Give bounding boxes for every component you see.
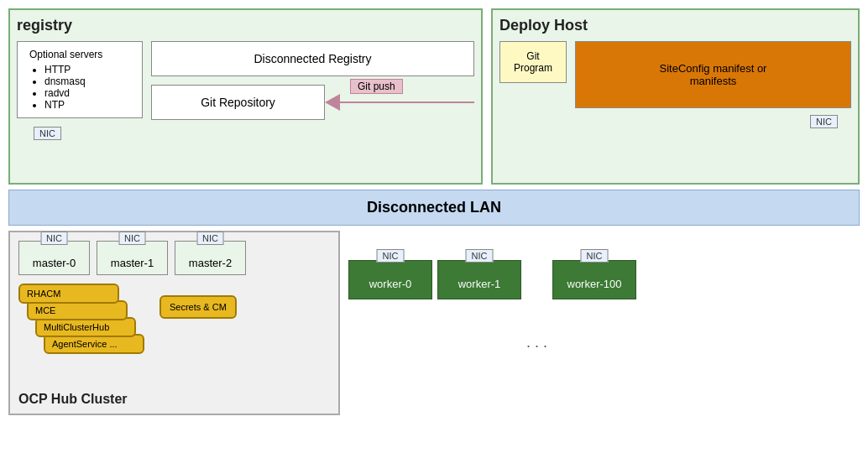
- list-item-dnsmasq: dnsmasq: [44, 75, 130, 87]
- optional-servers-list: HTTP dnsmasq radvd NTP: [29, 64, 130, 111]
- secrets-cm-wrapper: Secrets & CM: [159, 290, 237, 380]
- rhacm-box: RHACM: [18, 284, 119, 304]
- worker-100-box: NIC worker-100: [552, 260, 636, 299]
- registry-box: registry Optional servers HTTP dnsmasq r…: [8, 8, 483, 185]
- registry-nic-connector: NIC: [34, 127, 61, 140]
- master-1-nic: NIC: [118, 232, 146, 245]
- bottom-row: NIC master-0 NIC master-1 NIC master-2: [8, 231, 860, 415]
- master-0-label: master-0: [33, 257, 76, 269]
- registry-title: registry: [17, 17, 474, 34]
- registry-right-col: Disconnected Registry Git Repository Git…: [151, 41, 474, 120]
- deploy-nic-badge: NIC: [810, 115, 838, 128]
- dots-separator: · · ·: [526, 320, 547, 355]
- worker-1-box: NIC worker-1: [437, 260, 521, 299]
- lan-bar: Disconnected LAN: [8, 190, 860, 226]
- workers-area: NIC worker-0 NIC worker-1 · · · NIC work…: [348, 231, 636, 415]
- optional-servers-label: Optional servers: [29, 49, 130, 60]
- registry-nic-badge: NIC: [34, 127, 61, 140]
- deploy-nic-row: NIC: [499, 115, 851, 128]
- worker-1-nic: NIC: [466, 249, 494, 263]
- arrow-area: Git push: [325, 94, 474, 111]
- git-program-label: GitProgram: [512, 50, 554, 74]
- master-2-box: NIC master-2: [175, 241, 246, 275]
- rhacm-stack: RHACM MCE MultiClusterHub AgentService .…: [18, 284, 153, 380]
- disconnected-registry-box: Disconnected Registry: [151, 41, 474, 76]
- ocp-hub-box: NIC master-0 NIC master-1 NIC master-2: [8, 231, 340, 415]
- deploy-host-box: Deploy Host GitProgram SiteConfig manife…: [491, 8, 860, 185]
- master-0-nic: NIC: [40, 232, 68, 245]
- optional-servers-box: Optional servers HTTP dnsmasq radvd NTP: [17, 41, 143, 118]
- worker-100-label: worker-100: [567, 278, 622, 290]
- master-0-box: NIC master-0: [18, 241, 90, 275]
- deploy-host-title: Deploy Host: [499, 17, 851, 34]
- deploy-inner: GitProgram SiteConfig manifest ormanifes…: [499, 41, 851, 108]
- master-2-nic: NIC: [196, 232, 224, 245]
- secrets-cm-label: Secrets & CM: [170, 302, 227, 312]
- master-2-label: master-2: [189, 257, 232, 269]
- top-row: registry Optional servers HTTP dnsmasq r…: [8, 8, 860, 185]
- secrets-cm-box: Secrets & CM: [159, 295, 237, 319]
- worker-1-label: worker-1: [458, 278, 501, 290]
- worker-0-box: NIC worker-0: [348, 260, 432, 299]
- main-container: registry Optional servers HTTP dnsmasq r…: [0, 0, 868, 458]
- git-push-label: Git push: [350, 79, 403, 94]
- git-repo-box: Git Repository: [151, 85, 325, 120]
- ocp-hub-title: OCP Hub Cluster: [18, 392, 128, 407]
- masters-row: NIC master-0 NIC master-1 NIC master-2: [18, 241, 330, 275]
- worker-0-nic: NIC: [377, 249, 405, 263]
- arrow-head: [325, 94, 340, 111]
- git-repo-label: Git Repository: [201, 96, 275, 109]
- worker-0-label: worker-0: [369, 278, 412, 290]
- registry-inner: Optional servers HTTP dnsmasq radvd NTP …: [17, 41, 474, 120]
- registry-nic-row: NIC: [17, 127, 474, 140]
- list-item-ntp: NTP: [44, 99, 130, 111]
- git-program-box: GitProgram: [499, 41, 567, 83]
- lan-label: Disconnected LAN: [367, 199, 501, 216]
- master-1-box: NIC master-1: [97, 241, 168, 275]
- disconnected-registry-label: Disconnected Registry: [254, 52, 371, 65]
- list-item-http: HTTP: [44, 64, 130, 75]
- siteconfig-label: SiteConfig manifest ormanifests: [660, 62, 767, 87]
- arrow-line: [340, 101, 474, 103]
- arrow-wrapper: Git push: [325, 94, 474, 111]
- stacked-area: RHACM MCE MultiClusterHub AgentService .…: [18, 284, 330, 380]
- list-item-radvd: radvd: [44, 87, 130, 99]
- siteconfig-box: SiteConfig manifest ormanifests: [575, 41, 851, 108]
- worker-100-nic: NIC: [581, 249, 609, 263]
- git-repo-row: Git Repository Git push: [151, 85, 474, 120]
- master-1-label: master-1: [111, 257, 154, 269]
